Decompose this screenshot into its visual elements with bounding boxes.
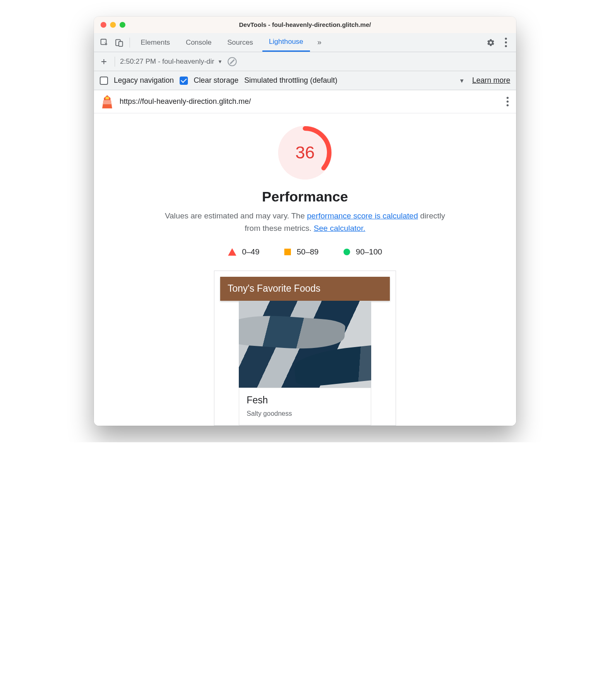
separator <box>115 57 115 67</box>
chevron-down-icon: ▼ <box>459 77 465 84</box>
tab-lighthouse[interactable]: Lighthouse <box>262 33 310 52</box>
tab-label: Elements <box>141 38 170 47</box>
score-calc-link[interactable]: performance score is calculated <box>307 211 418 220</box>
devtools-tabstrip: Elements Console Sources Lighthouse » <box>94 33 516 52</box>
circle-icon <box>343 249 350 255</box>
report-url: https://foul-heavenly-direction.glitch.m… <box>120 97 251 106</box>
window-title: DevTools - foul-heavenly-direction.glitc… <box>94 21 516 28</box>
settings-icon[interactable] <box>485 36 497 49</box>
preview-card-subtitle: Salty goodness <box>247 410 363 417</box>
titlebar: DevTools - foul-heavenly-direction.glitc… <box>94 17 516 33</box>
lighthouse-report: 36 Performance Values are estimated and … <box>94 113 516 426</box>
new-report-button[interactable] <box>98 56 110 67</box>
performance-score-value: 36 <box>278 126 332 180</box>
separator <box>130 38 130 48</box>
legend-label: 0–49 <box>242 247 259 257</box>
desc-text: Values are estimated and may vary. The <box>165 211 307 220</box>
svg-rect-2 <box>119 41 122 46</box>
lighthouse-logo-icon <box>101 95 113 108</box>
see-calculator-link[interactable]: See calculator. <box>314 224 365 233</box>
tab-label: Lighthouse <box>269 38 303 46</box>
chevron-down-icon: ▼ <box>218 59 223 65</box>
tab-label: Console <box>186 38 211 47</box>
more-tabs-icon[interactable]: » <box>312 36 325 49</box>
report-selector-dropdown[interactable]: 2:50:27 PM - foul-heavenly-dir ▼ <box>120 58 223 66</box>
legend-average: 50–89 <box>284 247 319 257</box>
legacy-navigation-checkbox[interactable] <box>100 77 108 85</box>
report-selector-label: 2:50:27 PM - foul-heavenly-dir <box>120 58 214 66</box>
minimize-window-button[interactable] <box>110 22 116 28</box>
clear-reports-icon[interactable] <box>228 57 237 66</box>
page-screenshot-preview: Tony's Favorite Foods Fesh Salty goodnes… <box>214 271 396 426</box>
performance-score-gauge[interactable]: 36 <box>278 126 332 180</box>
close-window-button[interactable] <box>101 22 106 28</box>
tab-console[interactable]: Console <box>179 33 218 52</box>
legend-label: 90–100 <box>356 247 382 257</box>
more-actions-icon[interactable] <box>500 36 512 49</box>
legend-label: 50–89 <box>297 247 319 257</box>
triangle-icon <box>228 248 236 256</box>
lighthouse-options-bar: Legacy navigation Clear storage Simulate… <box>94 71 516 90</box>
clear-storage-checkbox[interactable] <box>180 77 188 85</box>
preview-header-text: Tony's Favorite Foods <box>228 283 320 294</box>
legend-pass: 90–100 <box>343 247 382 257</box>
legend-fail: 0–49 <box>228 247 259 257</box>
zoom-window-button[interactable] <box>120 22 125 28</box>
clear-storage-label: Clear storage <box>194 76 238 85</box>
svg-rect-4 <box>106 97 109 99</box>
category-description: Values are estimated and may vary. The p… <box>156 210 454 235</box>
inspect-element-icon[interactable] <box>98 36 110 49</box>
learn-more-link[interactable]: Learn more <box>472 76 510 85</box>
tab-elements[interactable]: Elements <box>134 33 177 52</box>
lighthouse-toolbar: 2:50:27 PM - foul-heavenly-dir ▼ <box>94 52 516 71</box>
report-header-row: https://foul-heavenly-direction.glitch.m… <box>94 90 516 113</box>
preview-image <box>239 301 371 388</box>
preview-card-title: Fesh <box>247 395 363 406</box>
category-title: Performance <box>106 189 504 205</box>
preview-app-header: Tony's Favorite Foods <box>220 277 390 301</box>
devtools-window: DevTools - foul-heavenly-direction.glitc… <box>94 17 516 426</box>
score-legend: 0–49 50–89 90–100 <box>106 247 504 257</box>
throttling-label: Simulated throttling (default) <box>244 76 337 85</box>
report-menu-button[interactable] <box>507 97 509 106</box>
preview-card: Fesh Salty goodness <box>239 388 371 425</box>
traffic-lights <box>101 22 125 28</box>
tab-label: Sources <box>227 38 253 47</box>
svg-marker-6 <box>103 100 112 104</box>
legacy-navigation-label: Legacy navigation <box>114 76 174 85</box>
square-icon <box>284 249 291 255</box>
tab-sources[interactable]: Sources <box>221 33 259 52</box>
toggle-device-toolbar-icon[interactable] <box>113 36 125 49</box>
